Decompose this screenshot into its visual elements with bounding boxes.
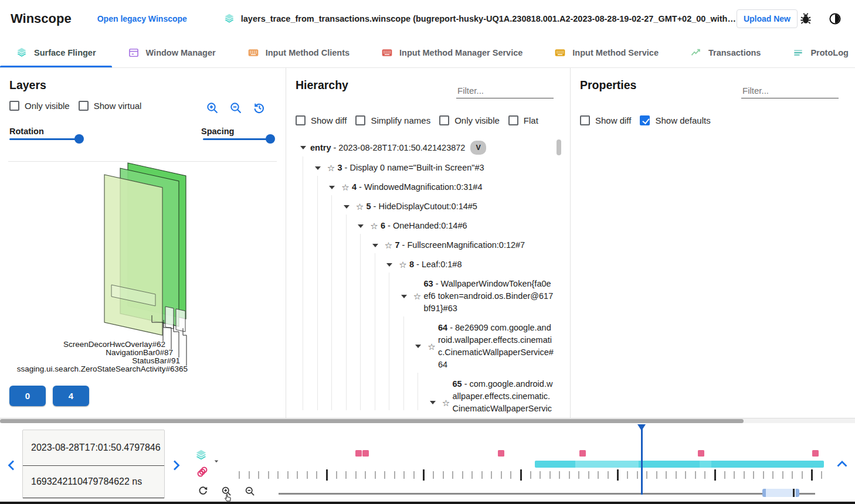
star-icon[interactable]: ☆	[396, 260, 409, 269]
dark-mode-toggle-icon[interactable]	[828, 12, 842, 26]
ruler-tick	[384, 471, 385, 479]
indent-guide	[346, 214, 347, 410]
star-icon[interactable]: ☆	[325, 164, 338, 172]
ruler-tick	[510, 471, 511, 479]
tab-window-manager[interactable]: Window Manager	[112, 38, 232, 68]
expand-arrow-icon[interactable]	[340, 205, 354, 209]
timestamp-human-input[interactable]: 2023-08-28T17:01:50.4797846	[23, 430, 164, 466]
tree-node[interactable]: ☆63 - WallpaperWindowToken{fa0eef6 token…	[286, 274, 554, 318]
reset-zoom-icon[interactable]	[197, 485, 209, 497]
display-button-4[interactable]: 4	[53, 386, 89, 406]
hierarchy-tree: entry - 2023-08-28T17:01:50.421423872V☆3…	[286, 137, 571, 418]
ruler-tick	[685, 471, 686, 479]
tree-node[interactable]: ☆7 - FullscreenMagnification:0:12#7	[286, 236, 554, 255]
checkbox-simplify-names[interactable]: Simplify names	[355, 115, 430, 125]
layer-sheet[interactable]	[104, 175, 162, 335]
surface-flinger-trace-bar[interactable]	[535, 461, 824, 468]
horizontal-scrollbar[interactable]	[0, 418, 855, 423]
layer-strip[interactable]	[165, 307, 174, 329]
timeline-cursor-line[interactable]	[641, 425, 643, 495]
star-icon[interactable]: ☆	[368, 222, 381, 230]
checkbox-show-virtual[interactable]: Show virtual	[79, 101, 142, 111]
expand-arrow-icon[interactable]	[382, 263, 396, 267]
star-icon[interactable]: ☆	[382, 241, 395, 250]
properties-filter-input[interactable]	[741, 83, 839, 98]
upload-new-button[interactable]: Upload New	[737, 9, 798, 28]
spacing-slider[interactable]	[203, 138, 271, 140]
properties-panel: Properties Show diffShow defaults	[571, 68, 855, 418]
tree-node[interactable]: ☆5 - HideDisplayCutout:0:14#5	[286, 197, 554, 216]
tree-node[interactable]: ☆3 - Display 0 name="Built-in Screen"#3	[286, 158, 554, 178]
tree-node[interactable]: ☆64 - 8e26909 com.google.android.wallpap…	[286, 318, 554, 374]
tab-input-method-clients[interactable]: Input Method Clients	[232, 38, 365, 68]
tree-node[interactable]: ☆4 - WindowedMagnification:0:31#4	[286, 178, 554, 197]
star-icon[interactable]: ☆	[425, 342, 438, 351]
transition-event-marker[interactable]	[355, 450, 362, 457]
hierarchy-filter-input[interactable]	[456, 83, 554, 98]
tab-surface-flinger[interactable]: Surface Flinger	[0, 38, 112, 68]
checkbox-flat[interactable]: Flat	[508, 115, 538, 125]
tree-node[interactable]: entry - 2023-08-28T17:01:50.421423872V	[286, 137, 554, 158]
zoom-out-icon[interactable]	[229, 101, 243, 115]
tree-node[interactable]: ☆6 - OneHanded:0:14#6	[286, 216, 554, 236]
expand-arrow-icon[interactable]	[411, 345, 425, 348]
indent-guide	[317, 176, 318, 410]
expand-arrow-icon[interactable]	[426, 401, 440, 404]
layers-3d-view[interactable]: ScreenDecorHwcOverlay#62 NavigationBar0#…	[0, 162, 286, 376]
checkbox-show-diff[interactable]: Show diff	[580, 115, 631, 125]
spacing-slider-thumb[interactable]	[266, 134, 275, 144]
collapse-timeline-icon[interactable]	[835, 457, 849, 471]
tree-node[interactable]: ☆8 - Leaf:0:1#8	[286, 255, 554, 274]
display-button-0[interactable]: 0	[9, 386, 46, 406]
layer-strip[interactable]	[176, 309, 185, 332]
tab-input-method-manager-service[interactable]: Input Method Manager Service	[365, 38, 538, 68]
surface-flinger-trace-icon[interactable]	[195, 449, 208, 462]
star-icon[interactable]: ☆	[354, 202, 367, 211]
rotation-slider[interactable]	[9, 138, 81, 140]
star-icon[interactable]: ☆	[411, 292, 424, 301]
timeline-zoom-range[interactable]	[762, 489, 799, 497]
timestamp-ns-input[interactable]: 1693242110479784622 ns	[23, 466, 164, 498]
checkbox-only-visible[interactable]: Only visible	[439, 115, 500, 125]
expand-arrow-icon[interactable]	[397, 295, 411, 298]
timeline-overview-line[interactable]	[279, 493, 815, 495]
expand-arrow-icon[interactable]	[368, 244, 382, 247]
next-entry-icon[interactable]	[169, 458, 183, 472]
transition-event-marker[interactable]	[579, 450, 586, 457]
expand-arrow-icon[interactable]	[354, 224, 368, 228]
tab-transactions[interactable]: Transactions	[674, 38, 776, 68]
timeline-cursor-flag[interactable]	[637, 424, 646, 431]
checkbox-show-diff[interactable]: Show diff	[296, 115, 347, 125]
tree-node[interactable]: ☆65 - com.google.android.wallpaper.effec…	[286, 374, 554, 418]
star-icon[interactable]: ☆	[440, 399, 453, 407]
transition-event-marker[interactable]	[698, 450, 704, 457]
transition-event-marker[interactable]	[812, 450, 819, 457]
checkbox-label: Only visible	[25, 101, 70, 111]
transition-event-marker[interactable]	[498, 450, 504, 457]
previous-entry-icon[interactable]	[5, 458, 19, 472]
open-legacy-winscope-link[interactable]: Open legacy Winscope	[97, 14, 187, 23]
timeline-zoom-out-icon[interactable]	[244, 485, 256, 497]
checkbox-show-defaults[interactable]: Show defaults	[640, 115, 710, 125]
tree-node-text: 8 - Leaf:0:1#8	[409, 258, 554, 271]
reset-view-icon[interactable]	[252, 101, 266, 115]
transition-trace-icon[interactable]	[196, 465, 209, 478]
checkbox-only-visible[interactable]: Only visible	[9, 101, 70, 111]
transition-event-marker[interactable]	[362, 450, 369, 457]
tab-input-method-service[interactable]: Input Method Service	[538, 38, 674, 68]
hierarchy-checkboxes: Show diffSimplify namesOnly visibleFlat	[296, 115, 538, 125]
tab-label: Window Manager	[146, 48, 216, 57]
report-bug-icon[interactable]	[799, 12, 813, 26]
expand-arrow-icon[interactable]	[311, 166, 325, 170]
tab-protolog[interactable]: ProtoLog	[776, 38, 855, 68]
zoom-in-icon[interactable]	[205, 101, 219, 115]
rotation-slider-thumb[interactable]	[74, 134, 84, 144]
ruler-tick	[763, 471, 764, 479]
trace-dropdown-caret-icon[interactable]	[212, 457, 220, 465]
expand-arrow-icon[interactable]	[296, 146, 310, 149]
star-icon[interactable]: ☆	[339, 183, 352, 192]
ruler-tick	[501, 471, 502, 479]
expand-arrow-icon[interactable]	[325, 186, 339, 189]
tree-scrollbar[interactable]	[557, 139, 561, 155]
horizontal-scrollbar-thumb[interactable]	[0, 419, 744, 423]
